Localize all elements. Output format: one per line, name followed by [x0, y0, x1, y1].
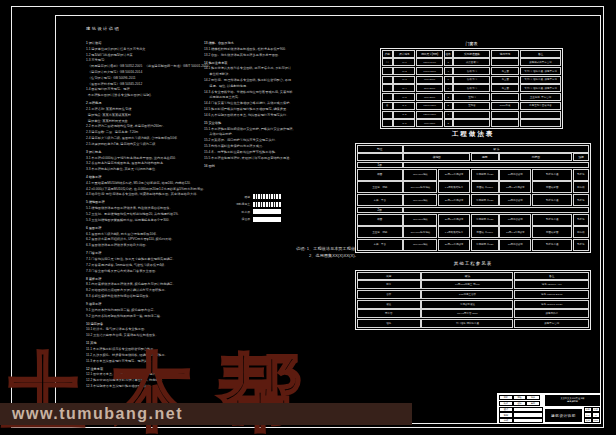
table-cell: 详见 02J003-B3/15 — [514, 290, 589, 299]
table-cell: 塑钢门 — [453, 93, 490, 101]
title-block: 审定审核批准校对设计制图某某市某某村村民住宅楼建筑施工图设计制图审核建筑设计说明… — [497, 393, 601, 424]
table-cell: 乳胶漆二遍 — [532, 239, 572, 251]
table-cell — [382, 111, 393, 119]
table-cell: 800×2100 — [416, 84, 443, 92]
table-cell: 1.5厚聚氨酯防水 — [438, 226, 470, 238]
table-cell: 8 — [444, 102, 453, 110]
table-cell: 散水 — [357, 280, 421, 289]
table-cell: 成品套装门 — [453, 58, 490, 66]
table-cell: 2 — [444, 93, 453, 101]
empty-cell — [403, 207, 589, 213]
table-row: 卫生间、厨房300×300防滑地砖1.5厚聚氨酯防水釉面砖 高180015厚1:… — [357, 226, 590, 238]
table-cell — [520, 119, 562, 127]
title-block-approval-cell: 批准 — [526, 395, 540, 400]
table-cell: 1 — [444, 58, 453, 66]
legend-row: 保温层 — [204, 217, 281, 222]
table-cell: 釉面砖 高1800 — [471, 226, 499, 238]
table-cell: 镶板木门 — [453, 67, 490, 75]
sheet-info-row: 比例1:100 — [584, 418, 600, 423]
table-cell: 1000×2100 — [416, 67, 443, 75]
table-cell: 实木门, 油漆二遍, 颜色甲方定 — [520, 84, 562, 92]
table-cell: 300×300地砖 — [403, 214, 437, 226]
table-cell: 20厚1:3水泥砂浆 — [438, 169, 470, 181]
table-row: M-3900×21006镶板木门见立面实木门, 油漆二遍, 颜色甲方定 — [382, 76, 562, 84]
table-cell: 5mm白玻 — [491, 102, 519, 110]
title-block-top: 审定审核批准校对设计制图 — [499, 395, 543, 406]
table-row: 走廊、平台300×300地砖20厚1:3水泥砂浆水泥踢脚 高12015厚混合砂浆… — [357, 194, 590, 206]
sheet-info-value: 1:100 — [592, 418, 601, 423]
table-row: 台阶C15混凝土台阶详见 02J003-B3/15 — [357, 290, 590, 299]
sheet-info-label: 比例 — [584, 418, 592, 423]
legend-swatch — [253, 194, 281, 199]
table-cell: 乳胶漆二遍 — [532, 214, 572, 226]
legend-label: 防水层 — [204, 210, 250, 214]
table-row: 油漆木门油漆 调和漆二遍颜色甲方自定 — [357, 319, 590, 328]
table-cell: M-3 — [393, 76, 415, 84]
title-block-approval-cell: 审定 — [499, 395, 513, 400]
table-row: 门M-11500×24001成品套装门颜色样式由甲方自定 — [382, 58, 562, 66]
table-cell: 15厚混合砂浆 — [499, 239, 531, 251]
table-cell: 1.5厚聚氨酯防水 — [438, 181, 470, 193]
table-cell: 15厚1:2水泥砂浆 — [499, 181, 531, 193]
table-cell: 6 — [444, 76, 453, 84]
notes-section: 7 门窗工程7.1 门窗均按洞口尺寸标注, 加工尺寸由施工单位现场实测确定。7.… — [86, 251, 246, 274]
row-label-cell: 楼面 — [357, 169, 403, 181]
table-cell — [453, 111, 490, 119]
empty-cell — [357, 153, 403, 161]
table-cell: 乳胶漆 — [573, 239, 590, 251]
legend-row: 防水层 — [204, 209, 281, 214]
table-header-cell: 洞口尺寸(mm) — [416, 50, 443, 58]
title-block-approval-cell: 设计 — [513, 401, 527, 406]
floor-band-label: 1层 — [357, 162, 403, 168]
table-cell — [382, 93, 393, 101]
table-row: 坡道水泥砂浆坡道详见 02J003-C1/20 — [357, 300, 590, 309]
sheet-info-grid: 图别建施图号01比例1:100 — [584, 407, 600, 423]
table-cell — [491, 93, 519, 101]
table-cell: 水泥踢脚 高120 — [471, 239, 499, 251]
watermark-url: www.tumubang.net — [12, 405, 183, 423]
construction-methods-table: 部位做 法楼地面踢脚内墙面顶棚1层楼面300×300地砖20厚1:3水泥砂浆水泥… — [355, 143, 591, 253]
table-cell: 乳胶漆二遍 — [532, 194, 572, 206]
table-cell: 白色塑钢中空玻璃窗 — [520, 102, 562, 110]
table-row: 卫生间、厨房300×300防滑地砖1.5厚聚氨酯防水釉面砖 高180015厚1:… — [357, 181, 590, 193]
table-row: 走廊、平台300×300地砖20厚1:3水泥砂浆水泥踢脚 高12015厚混合砂浆… — [357, 239, 590, 251]
table-cell: 水泥砂浆坡道 — [421, 300, 513, 309]
table-cell: 颜色甲方自定 — [514, 319, 589, 328]
table-cell — [382, 119, 393, 127]
table-cell: 镶板木门 — [453, 76, 490, 84]
table-cell: 见立面 — [491, 67, 519, 75]
table-cell: 300×300防滑地砖 — [403, 226, 437, 238]
table-cell: 颜色同外墙 — [514, 309, 589, 318]
table-cell: C-2 — [393, 111, 415, 119]
table-cell: 见立面 — [491, 76, 519, 84]
table-row: 部位做 法 — [357, 145, 590, 153]
legend-label: 保温层 — [204, 217, 250, 221]
table-group-header: 踢脚 — [471, 153, 499, 161]
table-row: C-3900×15002 — [382, 119, 562, 127]
table-row: 楼地面踢脚内墙面顶棚 — [357, 153, 590, 161]
table-row: 窗C-11500×15008塑钢窗5mm白玻白色塑钢中空玻璃窗 — [382, 102, 562, 110]
table-cell: 水泥踢脚 高120 — [471, 169, 499, 181]
table-cell: M-4 — [393, 84, 415, 92]
door-window-table: 类别设计编号洞口尺寸(mm)樘数采用标准图集选用型号备注门M-11500×240… — [380, 48, 563, 129]
table-cell — [491, 119, 519, 127]
table-cell: C-1 — [393, 102, 415, 110]
signature-label: 审核 — [499, 418, 513, 423]
table-cell: M-5 — [393, 93, 415, 101]
table-header-cell: 类别 — [382, 50, 393, 58]
cad-drawing-canvas: 建筑设计说明 1 设计依据1.1 建设单位提供的设计任务书及有关批文1.2 规划… — [0, 0, 616, 435]
table-row: 1层 — [357, 162, 590, 168]
table-cell: 15厚1:2水泥砂浆 — [499, 226, 531, 238]
note-line: 8.3 各部位装修构造做法均选自省标建筑图集。 — [86, 294, 246, 300]
table-cell: C15混凝土台阶 — [421, 290, 513, 299]
table-header-cell: 备注 — [520, 50, 562, 58]
table-row: M-5700×21002塑钢门卫生间用, 甲方自定 — [382, 93, 562, 101]
table-row: 类别设计编号洞口尺寸(mm)樘数采用标准图集选用型号备注 — [382, 50, 562, 58]
row-label-cell: 走廊、平台 — [357, 239, 403, 251]
table-header-cell: 做法 — [421, 272, 513, 280]
notes-section: 9 油漆工程9.1 室内外木作均为调和漆二遍, 颜色由甲方自定。9.2 室内外各… — [86, 302, 246, 319]
table-cell: 实木门, 油漆二遍, 颜色甲方定 — [520, 67, 562, 75]
table-row: 项目做法备注 — [357, 272, 590, 280]
table-row: 2层 — [357, 207, 590, 213]
table-cell: 900×2100 — [416, 76, 443, 84]
